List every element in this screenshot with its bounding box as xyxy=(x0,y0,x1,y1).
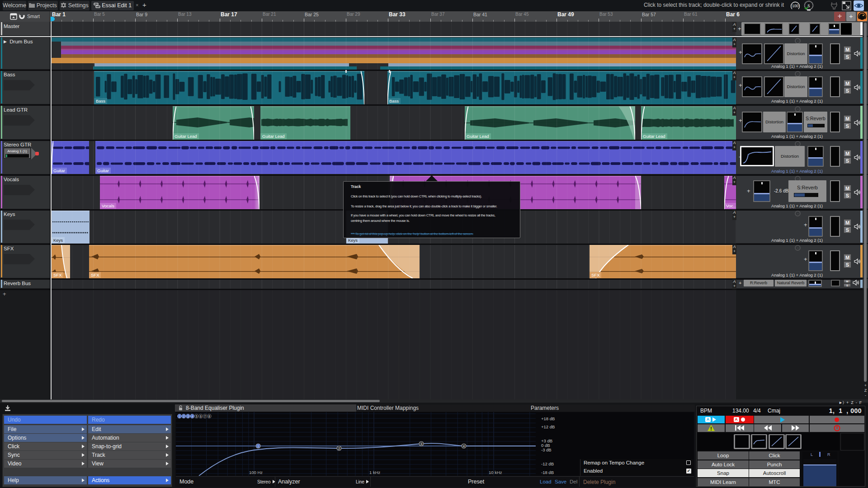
svg-text:5: 5 xyxy=(196,415,198,418)
svg-text:4: 4 xyxy=(463,445,465,448)
svg-text:4: 4 xyxy=(191,415,193,418)
svg-text:6: 6 xyxy=(200,415,202,418)
svg-text:100: 100 xyxy=(792,4,798,8)
svg-text:Smart: Smart xyxy=(27,14,40,19)
svg-text:2: 2 xyxy=(183,415,185,418)
svg-text:7: 7 xyxy=(204,415,206,418)
svg-text:8: 8 xyxy=(208,415,210,418)
svg-text:3: 3 xyxy=(187,415,189,418)
svg-text:1: 1 xyxy=(257,445,259,448)
svg-text:1: 1 xyxy=(179,415,180,418)
svg-text:2: 2 xyxy=(338,447,340,450)
svg-text:3: 3 xyxy=(420,442,422,446)
